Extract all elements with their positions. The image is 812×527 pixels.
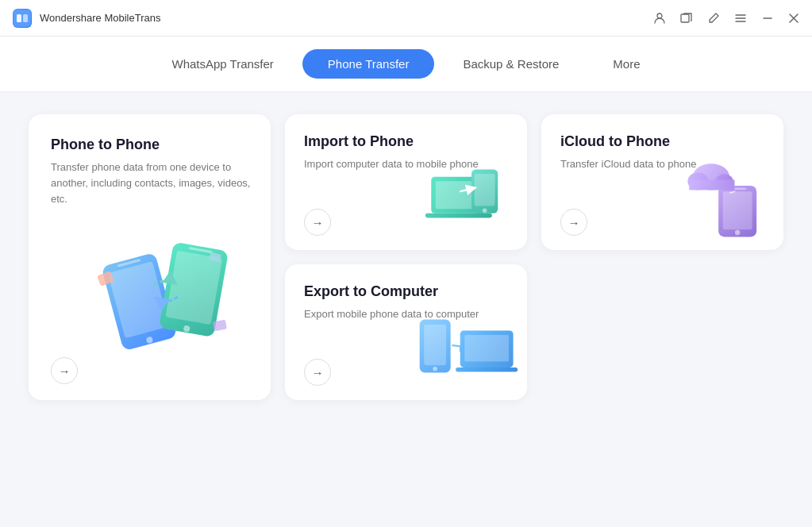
profile-icon[interactable]: [653, 12, 666, 25]
card-export-title: Export to Computer: [304, 283, 511, 300]
tab-backup-restore[interactable]: Backup & Restore: [437, 49, 584, 79]
title-bar: Wondershare MobileTrans: [0, 0, 812, 37]
svg-rect-2: [23, 14, 28, 22]
svg-rect-1: [17, 14, 21, 22]
minimize-icon[interactable]: [761, 12, 774, 25]
svg-rect-20: [475, 174, 495, 206]
card-icloud-arrow[interactable]: →: [560, 209, 587, 236]
svg-rect-0: [13, 10, 31, 27]
app-title: Wondershare MobileTrans: [40, 12, 160, 24]
card-import-to-phone[interactable]: Import to Phone Import computer data to …: [285, 114, 527, 250]
svg-rect-4: [681, 14, 689, 22]
edit-icon[interactable]: [707, 12, 720, 25]
card-export-desc: Export mobile phone data to computer: [304, 306, 511, 322]
title-bar-left: Wondershare MobileTrans: [13, 9, 160, 28]
card-export-text: Export to Computer Export mobile phone d…: [304, 283, 511, 322]
card-phone-to-phone-arrow[interactable]: →: [51, 357, 78, 384]
card-export-arrow[interactable]: →: [304, 359, 331, 386]
svg-point-32: [433, 367, 437, 371]
svg-rect-35: [456, 367, 518, 372]
card-icloud-title: iCloud to Phone: [560, 133, 768, 150]
windows-icon[interactable]: [680, 12, 693, 25]
card-export-to-computer[interactable]: Export to Computer Export mobile phone d…: [285, 264, 527, 400]
svg-rect-31: [424, 325, 446, 365]
app-icon: [13, 9, 32, 28]
tab-whatsapp[interactable]: WhatsApp Transfer: [146, 49, 298, 79]
svg-rect-6: [107, 261, 169, 338]
svg-rect-18: [425, 213, 492, 218]
cards-grid: Phone to Phone Transfer phone data from …: [29, 114, 783, 400]
card-icloud-desc: Transfer iCloud data to phone: [560, 156, 768, 172]
svg-point-3: [657, 13, 662, 18]
card-phone-to-phone-title: Phone to Phone: [51, 137, 252, 153]
svg-rect-29: [689, 180, 734, 190]
close-icon[interactable]: [788, 13, 799, 24]
window-controls: [653, 12, 799, 25]
card-icloud-to-phone[interactable]: iCloud to Phone Transfer iCloud data to …: [541, 114, 783, 250]
nav-bar: WhatsApp Transfer Phone Transfer Backup …: [0, 37, 812, 92]
svg-rect-34: [464, 335, 509, 361]
card-phone-to-phone-desc: Transfer phone data from one device to a…: [51, 160, 252, 207]
card-import-text: Import to Phone Import computer data to …: [304, 133, 511, 172]
card-icloud-text: iCloud to Phone Transfer iCloud data to …: [560, 133, 768, 172]
tab-phone-transfer[interactable]: Phone Transfer: [302, 49, 435, 79]
card-import-arrow[interactable]: →: [304, 209, 331, 236]
phone-to-phone-illustration: [87, 210, 245, 352]
card-phone-to-phone[interactable]: Phone to Phone Transfer phone data from …: [29, 114, 271, 400]
svg-rect-23: [723, 191, 752, 229]
card-import-desc: Import computer data to mobile phone: [304, 156, 511, 172]
svg-point-21: [483, 208, 487, 213]
card-phone-to-phone-text: Phone to Phone Transfer phone data from …: [51, 137, 252, 207]
menu-icon[interactable]: [734, 12, 747, 25]
svg-point-24: [735, 230, 740, 235]
tab-more[interactable]: More: [587, 49, 665, 79]
card-import-title: Import to Phone: [304, 133, 511, 150]
main-content: Phone to Phone Transfer phone data from …: [0, 92, 812, 525]
